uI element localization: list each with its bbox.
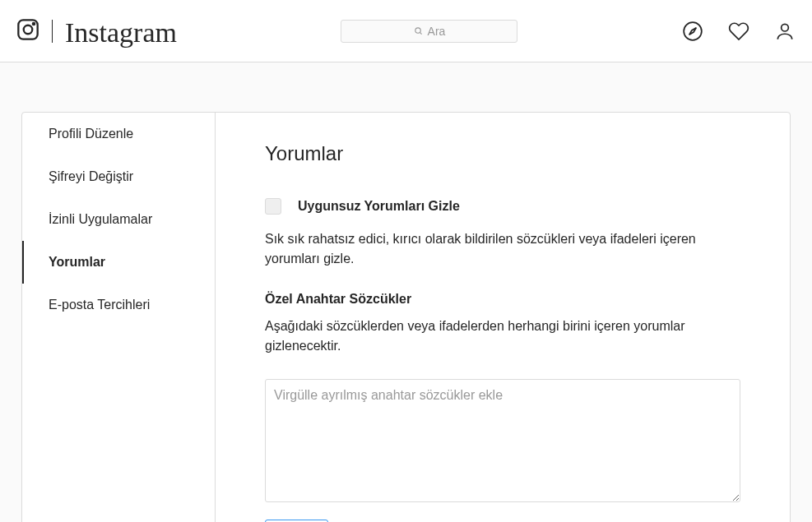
- keywords-input[interactable]: [265, 379, 740, 502]
- sidebar-item-email-prefs[interactable]: E-posta Tercihleri: [22, 284, 215, 326]
- keywords-section-title: Özel Anahtar Sözcükler: [265, 292, 740, 307]
- hide-comments-label: Uygunsuz Yorumları Gizle: [298, 199, 460, 214]
- header-inner: Instagram Ara: [16, 16, 796, 47]
- hide-comments-row: Uygunsuz Yorumları Gizle: [265, 198, 740, 215]
- svg-point-7: [782, 24, 789, 31]
- hide-comments-description: Sık sık rahatsız edici, kırıcı olarak bi…: [265, 229, 740, 269]
- sidebar-item-comments[interactable]: Yorumlar: [22, 241, 215, 284]
- hide-comments-checkbox[interactable]: [265, 198, 281, 215]
- page-title: Yorumlar: [265, 142, 740, 165]
- heart-icon[interactable]: [728, 21, 749, 42]
- sidebar-item-change-password[interactable]: Şifreyi Değiştir: [22, 155, 215, 198]
- explore-icon[interactable]: [682, 21, 703, 42]
- svg-point-3: [415, 27, 420, 32]
- brand-wordmark: Instagram: [65, 19, 177, 47]
- svg-point-2: [33, 23, 35, 25]
- settings-sidebar: Profili Düzenle Şifreyi Değiştir İzinli …: [22, 113, 216, 522]
- search-placeholder: Ara: [428, 25, 446, 38]
- camera-icon: [16, 18, 39, 44]
- svg-point-5: [684, 22, 702, 40]
- nav-icons: [682, 21, 796, 42]
- search-input[interactable]: Ara: [341, 20, 517, 43]
- keywords-description: Aşağıdaki sözcüklerden veya ifadelerden …: [265, 316, 740, 356]
- svg-point-1: [24, 25, 33, 35]
- settings-content: Yorumlar Uygunsuz Yorumları Gizle Sık sı…: [216, 113, 790, 522]
- logo-group[interactable]: Instagram: [16, 16, 177, 47]
- logo-divider: [52, 20, 53, 43]
- profile-icon[interactable]: [774, 21, 796, 42]
- settings-container: Profili Düzenle Şifreyi Değiştir İzinli …: [21, 112, 791, 522]
- svg-line-4: [420, 32, 421, 34]
- sidebar-item-edit-profile[interactable]: Profili Düzenle: [22, 113, 215, 155]
- top-header: Instagram Ara: [0, 0, 812, 62]
- svg-marker-6: [689, 27, 697, 35]
- search-icon: [414, 25, 423, 38]
- sidebar-item-authorized-apps[interactable]: İzinli Uygulamalar: [22, 198, 215, 241]
